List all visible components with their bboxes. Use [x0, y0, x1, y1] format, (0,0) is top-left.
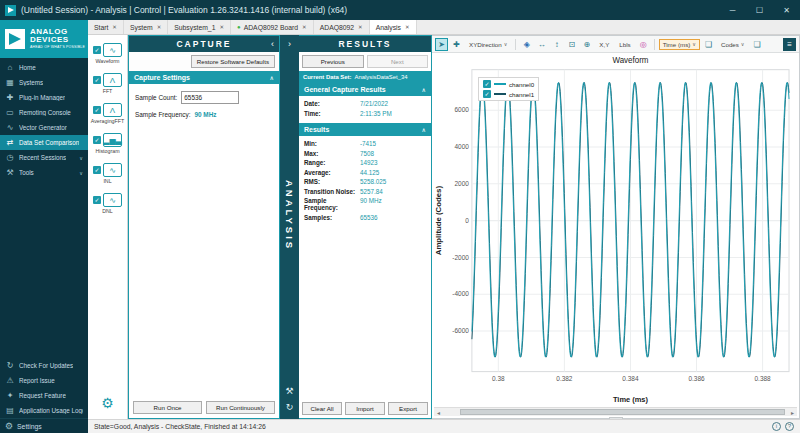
sidebar-item-data-set-comparison[interactable]: ⇄Data Set Comparison: [0, 135, 88, 150]
inl-icon: ∿: [103, 163, 122, 177]
maximize-button[interactable]: ☐: [746, 0, 773, 20]
result-label: Samples:: [304, 214, 360, 221]
xy-direction-dropdown[interactable]: XYDirection∨: [465, 39, 511, 50]
sidebar-item-vector-generator[interactable]: ∿Vector Generator: [0, 120, 88, 135]
view-checkbox[interactable]: ✓: [93, 166, 101, 174]
import-button[interactable]: Import: [345, 402, 385, 415]
result-row-rms-: RMS:5258.025: [304, 178, 426, 185]
restore-defaults-button[interactable]: Restore Software Defaults: [191, 55, 275, 68]
zoom-y-icon[interactable]: ↕: [550, 38, 563, 51]
view-checkbox[interactable]: ✓: [93, 136, 101, 144]
sidebar-item-settings[interactable]: ⚙ Settings: [0, 418, 88, 433]
breadcrumb-tab-analysis[interactable]: Analysis✕: [370, 20, 417, 34]
tab-close-icon[interactable]: ✕: [112, 24, 117, 30]
analysis-view-waveform[interactable]: ✓∿Waveform: [88, 43, 127, 64]
scroll-right-arrow-icon[interactable]: ▸: [788, 408, 797, 416]
sidebar-item-check-for-updates[interactable]: ↻Check For Updates: [0, 358, 88, 373]
copy-icon[interactable]: ❏: [702, 38, 715, 51]
sidebar-item-tools[interactable]: ⚒Tools∨: [0, 165, 88, 180]
export-image-icon[interactable]: ❏: [751, 38, 764, 51]
waveform-plot[interactable]: 0.380.3820.3840.3860.3886000400020000-20…: [432, 53, 799, 407]
svg-text:2000: 2000: [455, 180, 470, 187]
sidebar-item-home[interactable]: ⌂Home: [0, 60, 88, 75]
sidebar-item-request-feature[interactable]: ✦Request Feature: [0, 388, 88, 403]
brand-line2: DEVICES: [30, 36, 85, 44]
close-button[interactable]: ✕: [773, 0, 800, 20]
y-unit-dropdown[interactable]: Codes∨: [717, 39, 749, 50]
zoom-x-icon[interactable]: ↔: [535, 38, 548, 51]
capture-settings-header[interactable]: Capture Settings ∧: [129, 71, 279, 84]
breadcrumb-tab-system[interactable]: System✕: [124, 20, 168, 34]
sidebar-item-report-issue[interactable]: ⚠Report Issue: [0, 373, 88, 388]
sidebar-item-recent-sessions[interactable]: ◷Recent Sessions∨: [0, 150, 88, 165]
analysis-view-dnl[interactable]: ✓∿DNL: [88, 193, 127, 214]
breadcrumb-tab-subsystem-1[interactable]: Subsystem_1✕: [168, 20, 231, 34]
svg-text:4000: 4000: [455, 143, 470, 150]
help-icon[interactable]: ?: [785, 422, 794, 431]
export-button[interactable]: Export: [388, 402, 428, 415]
zoom-in-icon[interactable]: ⊕: [580, 38, 593, 51]
sidebar-item-systems[interactable]: ▦Systems: [0, 75, 88, 90]
breadcrumb-tab-start[interactable]: Start✕: [88, 20, 124, 34]
legend-checkbox[interactable]: ✓: [483, 90, 491, 98]
scroll-left-arrow-icon[interactable]: ◂: [434, 408, 443, 416]
clear-all-button[interactable]: Clear All: [302, 402, 342, 415]
collapse-left-icon[interactable]: ‹: [271, 39, 274, 49]
result-row-average-: Average:44.125: [304, 169, 426, 176]
tab-close-icon[interactable]: ✕: [219, 24, 224, 30]
legend-item-channel1[interactable]: ✓channel1: [483, 90, 534, 98]
wrench-icon[interactable]: ⚒: [285, 386, 293, 396]
cursor-tool-icon[interactable]: ➤: [435, 38, 448, 51]
chart-horizontal-scrollbar[interactable]: ◂ ▸ ⌄: [434, 407, 797, 416]
analysis-settings-gear-icon[interactable]: ⚙: [101, 395, 114, 411]
analysis-view-fft[interactable]: ✓ΛFFT: [88, 73, 127, 94]
analysis-view-strip: ✓∿Waveform✓ΛFFT✓ΛAveragingFFT✓▂▅▃Histogr…: [88, 35, 128, 419]
view-checkbox[interactable]: ✓: [93, 46, 101, 54]
xy-readout-toggle[interactable]: X,Y: [595, 39, 613, 50]
breadcrumb-tab-adaq8092-board[interactable]: ●ADAQ8092 Board✕: [231, 20, 314, 34]
refresh-icon[interactable]: ↻: [286, 402, 294, 412]
time-value: 2:11:35 PM: [360, 110, 392, 117]
sidebar-item-label: Report Issue: [19, 377, 55, 384]
analysis-view-histogram[interactable]: ✓▂▅▃Histogram: [88, 133, 127, 154]
previous-button[interactable]: Previous: [302, 55, 364, 68]
x-unit-dropdown[interactable]: Time (ms)∨: [659, 39, 700, 50]
legend-item-channel0[interactable]: ✓channel0: [483, 80, 534, 88]
scrollbar-thumb[interactable]: [460, 409, 785, 415]
datatip-icon[interactable]: ◎: [637, 38, 650, 51]
sidebar-nav: ⌂Home▦Systems✚Plug-in Manager▭Remoting C…: [0, 58, 88, 180]
pan-tool-icon[interactable]: ✚: [450, 38, 463, 51]
breadcrumb-tab-adaq8092[interactable]: ADAQ8092✕: [314, 20, 370, 34]
box-zoom-icon[interactable]: ⊡: [565, 38, 578, 51]
tab-close-icon[interactable]: ✕: [358, 24, 363, 30]
view-checkbox[interactable]: ✓: [93, 196, 101, 204]
tab-close-icon[interactable]: ✕: [302, 24, 307, 30]
sidebar-item-application-usage-logging[interactable]: ▤Application Usage Logging: [0, 403, 88, 418]
expand-right-icon[interactable]: ›: [288, 39, 291, 49]
sidebar-item-plugin-manager[interactable]: ✚Plug-in Manager: [0, 90, 88, 105]
run-once-button[interactable]: Run Once: [133, 401, 202, 414]
minimize-button[interactable]: ─: [719, 0, 746, 20]
next-button[interactable]: Next: [367, 55, 429, 68]
labels-toggle[interactable]: Lbls: [615, 39, 634, 50]
analysis-view-inl[interactable]: ✓∿INL: [88, 163, 127, 184]
sidebar-item-remoting-console[interactable]: ▭Remoting Console: [0, 105, 88, 120]
run-continuously-button[interactable]: Run Continuously: [206, 401, 275, 414]
legend-checkbox[interactable]: ✓: [483, 80, 491, 88]
sample-count-input[interactable]: [181, 91, 239, 104]
analysis-view-label: Histogram: [95, 148, 119, 154]
date-label: Date:: [304, 100, 360, 107]
result-row-range-: Range:14923: [304, 159, 426, 166]
tab-close-icon[interactable]: ✕: [157, 24, 162, 30]
view-checkbox[interactable]: ✓: [93, 76, 101, 84]
chart-menu-button[interactable]: ≡: [783, 38, 796, 51]
breadcrumb-tab-label: Start: [94, 24, 108, 31]
general-capture-results-header[interactable]: General Capture Results ∧: [299, 83, 431, 96]
view-checkbox[interactable]: ✓: [93, 106, 101, 114]
zoom-xy-icon[interactable]: ◈: [520, 38, 533, 51]
info-icon[interactable]: i: [772, 422, 781, 431]
tab-close-icon[interactable]: ✕: [405, 24, 410, 30]
results-section-header[interactable]: Results ∧: [299, 123, 431, 136]
analysis-view-averagingfft[interactable]: ✓ΛAveragingFFT: [88, 103, 127, 124]
analysis-splitter-bar: › ANALYSIS ⚒ ↻: [280, 35, 299, 419]
